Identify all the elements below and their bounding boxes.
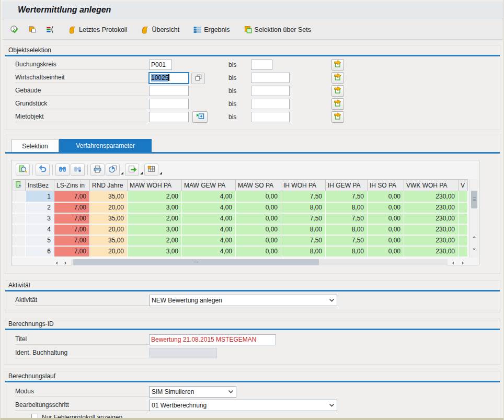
- grid-cell[interactable]: 2: [26, 202, 54, 213]
- scroll-left-end-icon[interactable]: ‹: [450, 259, 457, 266]
- grid-cell[interactable]: 230,00: [404, 213, 459, 224]
- grid-cell[interactable]: 0,00: [236, 235, 281, 246]
- wirtschaftseinheit-input[interactable]: 10025: [148, 72, 189, 84]
- chart-dropdown-arrow[interactable]: [121, 172, 123, 174]
- grid-cell[interactable]: 7,50: [281, 213, 326, 224]
- grid-row-mark-cell[interactable]: [13, 235, 26, 246]
- export-dropdown-arrow[interactable]: [140, 172, 143, 174]
- grid-mark-column-header[interactable]: [13, 180, 26, 191]
- grundstueck-multiselect-button[interactable]: [331, 98, 344, 110]
- grid-cell[interactable]: 0,00: [236, 213, 281, 224]
- grid-cell[interactable]: 1: [26, 191, 54, 202]
- grid-cell[interactable]: 0,00: [236, 246, 281, 257]
- grid-cell[interactable]: 8,00: [326, 246, 368, 257]
- grid-cell[interactable]: 0,00: [236, 224, 281, 235]
- grid-cell[interactable]: 8,00: [281, 246, 326, 257]
- grid-cell[interactable]: 0,00: [368, 224, 404, 235]
- grid-cell[interactable]: 20,00: [90, 224, 128, 235]
- grid-cell[interactable]: 0,00: [368, 246, 404, 257]
- scroll-down-icon[interactable]: ⌄: [471, 245, 477, 251]
- grid-column-header[interactable]: MAW SO PA: [236, 180, 281, 191]
- grid-cell[interactable]: 7,00: [54, 213, 90, 224]
- mietobjekt-create-button[interactable]: [192, 111, 208, 123]
- grid-cell[interactable]: 0,00: [368, 202, 404, 213]
- grid-cell[interactable]: 7,00: [54, 224, 90, 235]
- titel-input[interactable]: Bewertung 21.08.2015 MSTEGEMAN: [149, 334, 276, 345]
- horizontal-scrollbar[interactable]: ‹ › ⋯ ‹ ›: [12, 259, 478, 266]
- details-button[interactable]: [16, 164, 30, 176]
- grid-cell[interactable]: 3,00: [128, 224, 182, 235]
- grid-cell[interactable]: 20,00: [90, 202, 128, 213]
- grid-cell[interactable]: 230,00: [404, 235, 459, 246]
- grid-cell[interactable]: 0,00: [236, 191, 281, 202]
- grid-cell[interactable]: 7,50: [281, 235, 326, 246]
- mietobjekt-bis-input[interactable]: [251, 112, 290, 122]
- mietobjekt-input[interactable]: [149, 112, 189, 122]
- grid-cell[interactable]: 230,00: [404, 191, 459, 202]
- grid-column-header[interactable]: RND Jahre: [90, 180, 128, 191]
- grid-row-mark-cell[interactable]: [13, 191, 26, 202]
- grid-cell[interactable]: 6: [26, 246, 54, 257]
- grid-cell[interactable]: [459, 235, 468, 246]
- grid-cell[interactable]: 4,00: [182, 213, 236, 224]
- grid-cell[interactable]: 0,00: [368, 191, 404, 202]
- gebaeude-input[interactable]: [149, 86, 189, 96]
- grid-cell[interactable]: 230,00: [404, 224, 459, 235]
- grid-cell[interactable]: 7,00: [54, 191, 90, 202]
- grid-cell[interactable]: [459, 202, 468, 213]
- grid-cell[interactable]: [459, 246, 468, 257]
- grid-cell[interactable]: 2,00: [128, 235, 182, 246]
- tab-verfahrensparameter[interactable]: Verfahrensparameter: [59, 139, 152, 153]
- grid-row-mark-cell[interactable]: [13, 224, 26, 235]
- find-button[interactable]: [55, 164, 70, 176]
- grid-column-header[interactable]: IH GEW PA: [326, 180, 368, 191]
- grid-cell[interactable]: 0,00: [368, 235, 404, 246]
- grid-column-header[interactable]: V: [459, 180, 468, 191]
- copy-object-button[interactable]: [25, 23, 39, 37]
- grid-column-header[interactable]: IH SO PA: [368, 180, 404, 191]
- grid-cell[interactable]: 0,00: [368, 213, 404, 224]
- scroll-left-icon[interactable]: ‹: [53, 259, 61, 266]
- aktivitaet-select[interactable]: NEW Bewertung anlegen: [149, 295, 337, 306]
- buchungskreis-bis-input[interactable]: [251, 60, 272, 70]
- grid-cell[interactable]: 3,00: [128, 202, 182, 213]
- grid-cell[interactable]: 35,00: [90, 213, 128, 224]
- grid-cell[interactable]: 7,00: [54, 202, 90, 213]
- grundstueck-input[interactable]: [149, 99, 189, 109]
- gebaeude-multiselect-button[interactable]: [331, 85, 344, 97]
- grid-column-header[interactable]: MAW WOH PA: [128, 180, 182, 191]
- grid-cell[interactable]: 7,00: [54, 246, 90, 257]
- grid-row-mark-cell[interactable]: [13, 246, 26, 257]
- export-button[interactable]: [125, 164, 139, 176]
- chart-button[interactable]: [106, 164, 120, 176]
- selection-via-sets-button[interactable]: Selektion über Sets: [241, 23, 314, 37]
- grid-cell[interactable]: [459, 213, 468, 224]
- grid-cell[interactable]: 2,00: [128, 191, 182, 202]
- grid-cell[interactable]: 7,50: [326, 191, 368, 202]
- bearbeitungsschritt-select[interactable]: 01 Wertberechnung: [149, 400, 337, 411]
- wirtschaftseinheit-multiselect-button[interactable]: [331, 72, 344, 84]
- grid-cell[interactable]: 4,00: [182, 224, 236, 235]
- grid-cell[interactable]: 4: [26, 224, 54, 235]
- find-next-button[interactable]: [71, 164, 85, 176]
- grid-cell[interactable]: 8,00: [326, 224, 368, 235]
- layout-dropdown-arrow[interactable]: [159, 172, 162, 174]
- grid-column-header[interactable]: VWK WOH PA: [404, 180, 459, 191]
- vertical-scrollbar-thumb[interactable]: ☰: [471, 191, 477, 208]
- execute-button[interactable]: [7, 23, 21, 37]
- grid-cell[interactable]: 35,00: [90, 235, 128, 246]
- grid-cell[interactable]: [459, 224, 468, 235]
- grid-cell[interactable]: 8,00: [281, 224, 326, 235]
- buchungskreis-multiselect-button[interactable]: [331, 59, 344, 71]
- grid-cell[interactable]: 7,50: [326, 213, 368, 224]
- gebaeude-bis-input[interactable]: [251, 86, 290, 96]
- grid-cell[interactable]: 20,00: [90, 246, 128, 257]
- grid-cell[interactable]: 4,00: [182, 202, 236, 213]
- scroll-right-end-icon[interactable]: ›: [459, 259, 466, 266]
- grid-column-header[interactable]: MAW GEW PA: [182, 180, 236, 191]
- wirtschaftseinheit-bis-input[interactable]: [251, 73, 290, 83]
- grid-cell[interactable]: 4,00: [182, 246, 236, 257]
- overview-button[interactable]: Übersicht: [138, 23, 182, 37]
- tab-selektion[interactable]: Selektion: [12, 139, 59, 153]
- grid-row-mark-cell[interactable]: [13, 213, 26, 224]
